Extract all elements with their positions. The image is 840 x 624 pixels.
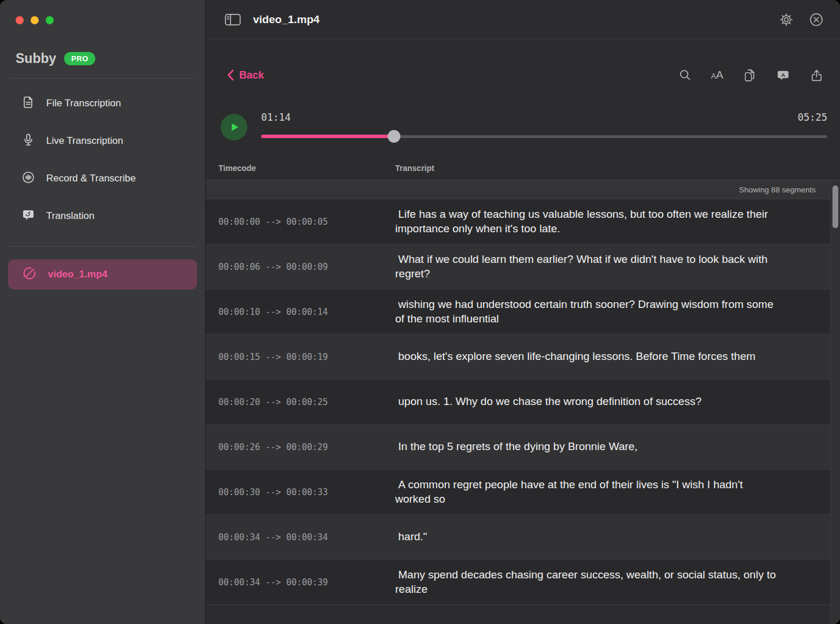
table-row[interactable]: 00:00:06 --> 00:00:09 What if we could l…	[206, 244, 840, 289]
sidebar-item-label: Record & Transcribe	[46, 173, 136, 184]
segments-count: Showing 88 segments	[206, 180, 840, 199]
title-bar: video_1.mp4	[206, 0, 840, 39]
segment-text: In the top 5 regrets of the dying by Bro…	[395, 440, 840, 454]
segment-timecode: 00:00:26 --> 00:00:29	[206, 442, 395, 452]
segment-timecode: 00:00:10 --> 00:00:14	[206, 307, 395, 317]
copy-icon	[742, 68, 757, 83]
app-window: Subby PRO File Transcription	[0, 0, 840, 624]
app-brand: Subby PRO	[0, 24, 205, 66]
segment-text: What if we could learn them earlier? Wha…	[395, 252, 840, 281]
sidebar: Subby PRO File Transcription	[0, 0, 206, 624]
segment-text: upon us. 1. Why do we chase the wrong de…	[395, 395, 840, 409]
current-time: 01:14	[261, 112, 291, 123]
table-header: Timecode Transcript	[206, 156, 840, 180]
search-icon	[678, 68, 692, 82]
compose-circle-icon	[22, 266, 37, 283]
segment-text: books, let's explore seven life-changing…	[395, 350, 840, 364]
sidebar-toggle-button[interactable]	[222, 10, 244, 29]
microphone-icon	[21, 133, 35, 149]
table-row-partial	[206, 605, 840, 624]
app-name: Subby	[16, 51, 56, 66]
pro-badge: PRO	[64, 52, 95, 65]
media-player: 01:14 05:25	[206, 95, 840, 156]
segment-text: Life has a way of teaching us valuable l…	[395, 207, 840, 236]
copy-button[interactable]	[742, 68, 757, 83]
sidebar-item-label: File Transcription	[46, 98, 121, 109]
segment-timecode: 00:00:00 --> 00:00:05	[206, 217, 395, 227]
column-header-timecode: Timecode	[206, 164, 395, 173]
sidebar-divider	[9, 246, 196, 247]
table-row[interactable]: 00:00:15 --> 00:00:19 books, let's explo…	[206, 335, 840, 380]
sidebar-item-live-transcription[interactable]: Live Transcription	[0, 122, 205, 159]
close-window-button[interactable]	[16, 16, 24, 24]
segments-table: Showing 88 segments 00:00:00 --> 00:00:0…	[206, 180, 840, 624]
sidebar-item-video-file[interactable]: video_1.mp4	[8, 259, 197, 289]
table-row[interactable]: 00:00:34 --> 00:00:34 hard."	[206, 515, 840, 560]
segment-timecode: 00:00:30 --> 00:00:33	[206, 487, 395, 497]
back-button[interactable]: Back	[226, 69, 264, 81]
table-row[interactable]: 00:00:10 --> 00:00:14 wishing we had und…	[206, 289, 840, 335]
chevron-left-icon	[226, 69, 235, 81]
sidebar-nav: File Transcription Live Transcription	[0, 79, 205, 235]
sidebar-file-label: video_1.mp4	[48, 269, 107, 280]
table-row[interactable]: 00:00:26 --> 00:00:29 In the top 5 regre…	[206, 425, 840, 470]
slider-progress-fill	[261, 135, 394, 138]
translate-bubble-icon	[21, 208, 35, 224]
document-title: video_1.mp4	[253, 13, 319, 26]
segment-timecode: 00:00:15 --> 00:00:19	[206, 352, 395, 362]
segment-text: hard."	[395, 530, 840, 544]
share-button[interactable]	[809, 68, 824, 83]
table-row[interactable]: 00:00:20 --> 00:00:25 upon us. 1. Why do…	[206, 380, 840, 425]
sidebar-item-file-transcription[interactable]: File Transcription	[0, 84, 205, 122]
scrollbar-thumb[interactable]	[832, 185, 838, 228]
toolbar: Back AA	[206, 39, 840, 95]
table-row[interactable]: 00:00:34 --> 00:00:39 Many spend decades…	[206, 560, 840, 605]
time-row: 01:14 05:25	[261, 112, 827, 123]
zoom-window-button[interactable]	[46, 16, 54, 24]
segment-text: wishing we had understood certain truth …	[395, 298, 840, 326]
minimize-window-button[interactable]	[31, 16, 39, 24]
segment-timecode: 00:00:20 --> 00:00:25	[206, 397, 395, 407]
segment-text: A common regret people have at the end o…	[395, 478, 840, 506]
main-panel: video_1.mp4 Ba	[206, 0, 840, 624]
text-size-button[interactable]: AA	[711, 69, 723, 81]
table-row[interactable]: 00:00:00 --> 00:00:05 Life has a way of …	[206, 199, 840, 244]
share-icon	[809, 68, 824, 83]
segment-timecode: 00:00:06 --> 00:00:09	[206, 262, 395, 272]
search-button[interactable]	[678, 68, 692, 82]
segment-timecode: 00:00:34 --> 00:00:34	[206, 532, 395, 543]
seek-slider[interactable]	[261, 130, 827, 143]
back-label: Back	[239, 69, 264, 81]
scrollbar-track[interactable]	[830, 180, 840, 624]
column-header-transcript: Transcript	[395, 164, 434, 173]
slider-thumb[interactable]	[388, 130, 400, 143]
toolbar-icons: AA A	[678, 68, 824, 83]
sidebar-item-label: Translation	[46, 210, 94, 222]
segment-text: Many spend decades chasing career succes…	[395, 568, 840, 596]
caption-bubble-icon: A	[776, 68, 790, 83]
play-icon	[228, 121, 240, 133]
text-size-icon: AA	[711, 69, 723, 81]
settings-gear-button[interactable]	[776, 10, 796, 29]
table-row[interactable]: 00:00:30 --> 00:00:33 A common regret pe…	[206, 470, 840, 515]
sidebar-item-label: Live Transcription	[46, 135, 123, 147]
traffic-lights	[0, 0, 205, 24]
segment-timecode: 00:00:34 --> 00:00:39	[206, 577, 395, 588]
play-button[interactable]	[221, 114, 247, 140]
record-waveform-icon	[21, 170, 35, 187]
player-controls: 01:14 05:25	[261, 112, 827, 143]
svg-text:A: A	[781, 71, 785, 77]
caption-button[interactable]: A	[776, 68, 790, 83]
sidebar-item-record-transcribe[interactable]: Record & Transcribe	[0, 159, 205, 197]
sidebar-item-translation[interactable]: Translation	[0, 197, 205, 235]
close-document-button[interactable]	[806, 10, 826, 29]
file-text-icon	[21, 95, 35, 112]
total-time: 05:25	[798, 112, 827, 123]
